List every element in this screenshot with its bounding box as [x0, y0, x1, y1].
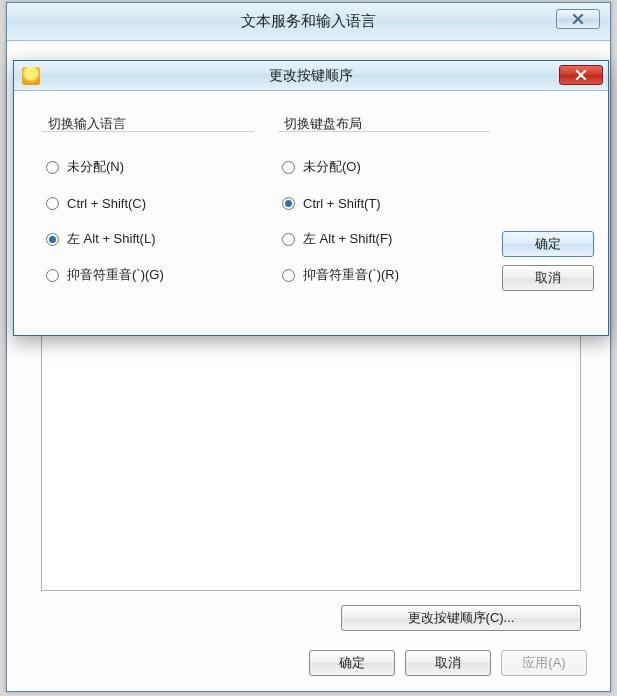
radio-icon [46, 197, 59, 210]
radio-list-keyboard-layout: 未分配(O) Ctrl + Shift(T) 左 Alt + Shift(F) … [282, 149, 490, 293]
change-key-sequence-label: 更改按键顺序(C)... [408, 609, 515, 627]
radio-input-lang-1[interactable]: Ctrl + Shift(C) [46, 185, 254, 221]
modal-button-column: 确定 取消 [502, 231, 594, 291]
modal-dialog: 更改按键顺序 切换输入语言 未分配(N) Ctrl + Shift(C) [13, 60, 609, 336]
main-apply-label: 应用(A) [522, 654, 565, 672]
modal-close-button[interactable] [559, 65, 603, 85]
main-cancel-button[interactable]: 取消 [405, 650, 491, 676]
main-ok-label: 确定 [339, 654, 365, 672]
radio-icon [46, 161, 59, 174]
group-keyboard-layout: 切换键盘布局 未分配(O) Ctrl + Shift(T) 左 Alt + Sh… [278, 121, 490, 317]
group-input-language: 切换输入语言 未分配(N) Ctrl + Shift(C) 左 Alt + Sh… [42, 121, 254, 317]
radio-label: 左 Alt + Shift(F) [303, 230, 392, 248]
modal-cancel-label: 取消 [535, 269, 561, 287]
radio-icon [282, 161, 295, 174]
radio-input-lang-0[interactable]: 未分配(N) [46, 149, 254, 185]
main-titlebar: 文本服务和输入语言 [7, 3, 610, 41]
modal-body: 切换输入语言 未分配(N) Ctrl + Shift(C) 左 Alt + Sh… [28, 101, 594, 323]
group-keyboard-layout-label: 切换键盘布局 [282, 115, 364, 133]
radio-label: 未分配(N) [67, 158, 124, 176]
close-icon [575, 69, 587, 81]
modal-ok-label: 确定 [535, 235, 561, 253]
radio-label: Ctrl + Shift(T) [303, 196, 381, 211]
radio-icon [282, 197, 295, 210]
radio-label: 未分配(O) [303, 158, 361, 176]
radio-kbd-layout-2[interactable]: 左 Alt + Shift(F) [282, 221, 490, 257]
radio-kbd-layout-3[interactable]: 抑音符重音(`)(R) [282, 257, 490, 293]
radio-label: 左 Alt + Shift(L) [67, 230, 156, 248]
radio-input-lang-3[interactable]: 抑音符重音(`)(G) [46, 257, 254, 293]
modal-cancel-button[interactable]: 取消 [502, 265, 594, 291]
main-window-title: 文本服务和输入语言 [241, 12, 376, 31]
radio-label: 抑音符重音(`)(R) [303, 266, 399, 284]
radio-list-input-language: 未分配(N) Ctrl + Shift(C) 左 Alt + Shift(L) … [46, 149, 254, 293]
change-key-sequence-button[interactable]: 更改按键顺序(C)... [341, 605, 581, 631]
main-close-button[interactable] [556, 9, 600, 29]
radio-input-lang-2[interactable]: 左 Alt + Shift(L) [46, 221, 254, 257]
radio-label: 抑音符重音(`)(G) [67, 266, 164, 284]
main-apply-button: 应用(A) [501, 650, 587, 676]
modal-ok-button[interactable]: 确定 [502, 231, 594, 257]
radio-icon [46, 233, 59, 246]
main-cancel-label: 取消 [435, 654, 461, 672]
radio-kbd-layout-1[interactable]: Ctrl + Shift(T) [282, 185, 490, 221]
radio-label: Ctrl + Shift(C) [67, 196, 146, 211]
modal-titlebar: 更改按键顺序 [14, 61, 608, 91]
app-icon [22, 67, 40, 85]
radio-icon [46, 269, 59, 282]
group-input-language-label: 切换输入语言 [46, 115, 128, 133]
radio-icon [282, 233, 295, 246]
close-icon [572, 13, 584, 25]
main-ok-button[interactable]: 确定 [309, 650, 395, 676]
modal-title: 更改按键顺序 [269, 67, 353, 85]
main-footer: 确定 取消 应用(A) [16, 643, 601, 683]
radio-icon [282, 269, 295, 282]
radio-kbd-layout-0[interactable]: 未分配(O) [282, 149, 490, 185]
